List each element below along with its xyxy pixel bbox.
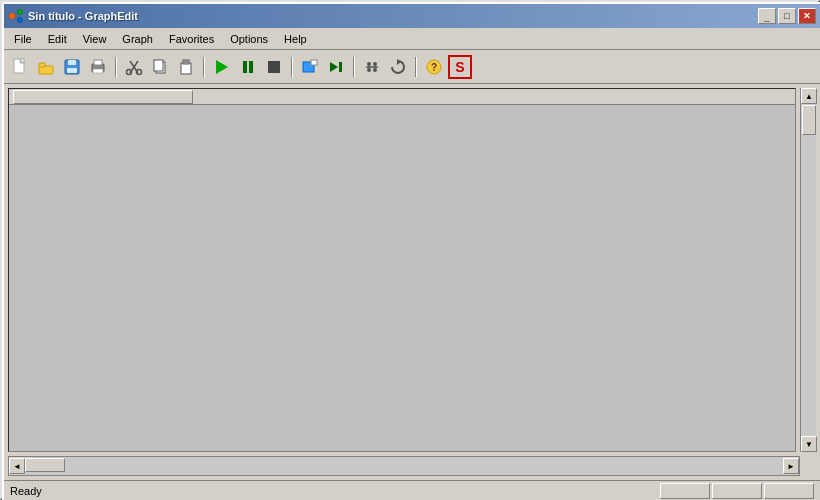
svg-rect-25: [184, 61, 188, 63]
help-icon: ?: [425, 58, 443, 76]
connect-icon: [363, 58, 381, 76]
open-icon: [37, 58, 55, 76]
scroll-thumb-vertical[interactable]: [802, 105, 816, 135]
svg-rect-22: [154, 60, 163, 71]
svg-rect-15: [94, 60, 102, 65]
title-bar: Sin título - GraphEdit _ □ ✕: [4, 4, 820, 28]
svg-point-2: [18, 18, 23, 23]
scroll-thumb-horizontal[interactable]: [25, 458, 65, 472]
scrollbar-vertical: ▲ ▼: [800, 88, 816, 452]
toolbar-separator-5: [415, 57, 417, 77]
svg-rect-10: [39, 63, 45, 67]
copy-button[interactable]: [148, 55, 172, 79]
connect-button[interactable]: [360, 55, 384, 79]
svg-line-4: [15, 17, 18, 18]
svg-rect-16: [93, 69, 103, 73]
menu-graph[interactable]: Graph: [114, 31, 161, 47]
paste-icon: [177, 58, 195, 76]
scrollbar-horizontal-area: ◄ ►: [8, 456, 816, 476]
play-icon: [216, 60, 228, 74]
close-button[interactable]: ✕: [798, 8, 816, 24]
save-button[interactable]: [60, 55, 84, 79]
scroll-left-button[interactable]: ◄: [9, 458, 25, 474]
window: Sin título - GraphEdit _ □ ✕ File Edit V…: [0, 0, 820, 500]
scroll-corner: [800, 456, 816, 476]
menu-help[interactable]: Help: [276, 31, 315, 47]
menu-view[interactable]: View: [75, 31, 115, 47]
app-icon: [8, 8, 24, 24]
status-panels: [660, 483, 814, 499]
status-bar: Ready: [4, 480, 820, 500]
toolbar-separator-1: [115, 57, 117, 77]
menu-file[interactable]: File: [6, 31, 40, 47]
svg-rect-27: [311, 60, 317, 65]
cut-button[interactable]: [122, 55, 146, 79]
window-inner: Sin título - GraphEdit _ □ ✕ File Edit V…: [2, 2, 820, 500]
open-button[interactable]: [34, 55, 58, 79]
canvas-scroll-area: ▲ ▼: [4, 84, 820, 456]
status-text: Ready: [10, 485, 42, 497]
pause-icon: [243, 61, 253, 73]
svg-text:?: ?: [431, 62, 437, 73]
menu-bar: File Edit View Graph Favorites Options H…: [4, 28, 820, 50]
menu-options[interactable]: Options: [222, 31, 276, 47]
menu-edit[interactable]: Edit: [40, 31, 75, 47]
stop-icon: [268, 61, 280, 73]
scroll-right-button[interactable]: ►: [783, 458, 799, 474]
svg-marker-37: [397, 59, 401, 65]
minimize-button[interactable]: _: [758, 8, 776, 24]
step-fwd-icon: [327, 58, 345, 76]
toolbar-separator-3: [291, 57, 293, 77]
scroll-down-button[interactable]: ▼: [801, 436, 817, 452]
s-icon: S: [455, 59, 464, 75]
svg-rect-13: [67, 68, 77, 73]
toolbar: ? S: [4, 50, 820, 84]
canvas[interactable]: [8, 88, 796, 452]
help-button[interactable]: ?: [422, 55, 446, 79]
canvas-area: ▲ ▼ ◄ ►: [4, 84, 820, 480]
toolbar-separator-2: [203, 57, 205, 77]
scrollbar-horizontal: ◄ ►: [8, 456, 800, 476]
toolbar-separator-4: [353, 57, 355, 77]
svg-point-20: [137, 69, 142, 74]
refresh-icon: [389, 58, 407, 76]
print-button[interactable]: [86, 55, 110, 79]
svg-point-0: [9, 13, 15, 19]
status-panel-2: [712, 483, 762, 499]
canvas-tab[interactable]: [13, 90, 193, 104]
print-icon: [89, 58, 107, 76]
scroll-track-vertical[interactable]: [801, 104, 816, 436]
svg-point-19: [127, 69, 132, 74]
stop-button[interactable]: [262, 55, 286, 79]
svg-line-3: [15, 14, 18, 15]
frame-select-button[interactable]: [298, 55, 322, 79]
canvas-tab-bar: [9, 89, 795, 105]
status-panel-1: [660, 483, 710, 499]
status-panel-3: [764, 483, 814, 499]
window-title: Sin título - GraphEdit: [28, 10, 138, 22]
menu-favorites[interactable]: Favorites: [161, 31, 222, 47]
scroll-track-horizontal[interactable]: [25, 457, 783, 475]
svg-rect-29: [339, 62, 342, 72]
play-button[interactable]: [210, 55, 234, 79]
save-icon: [63, 58, 81, 76]
title-bar-left: Sin título - GraphEdit: [8, 8, 138, 24]
cut-icon: [125, 58, 143, 76]
step-fwd-button[interactable]: [324, 55, 348, 79]
svg-rect-12: [68, 60, 76, 65]
svg-marker-28: [330, 62, 338, 72]
frame-select-icon: [301, 58, 319, 76]
pause-button[interactable]: [236, 55, 260, 79]
refresh-button[interactable]: [386, 55, 410, 79]
paste-button[interactable]: [174, 55, 198, 79]
s-button[interactable]: S: [448, 55, 472, 79]
svg-point-1: [18, 10, 23, 15]
copy-icon: [151, 58, 169, 76]
window-controls: _ □ ✕: [758, 8, 816, 24]
svg-rect-5: [14, 59, 24, 73]
svg-rect-23: [181, 63, 191, 74]
scroll-up-button[interactable]: ▲: [801, 88, 817, 104]
new-button[interactable]: [8, 55, 32, 79]
maximize-button[interactable]: □: [778, 8, 796, 24]
new-icon: [11, 58, 29, 76]
